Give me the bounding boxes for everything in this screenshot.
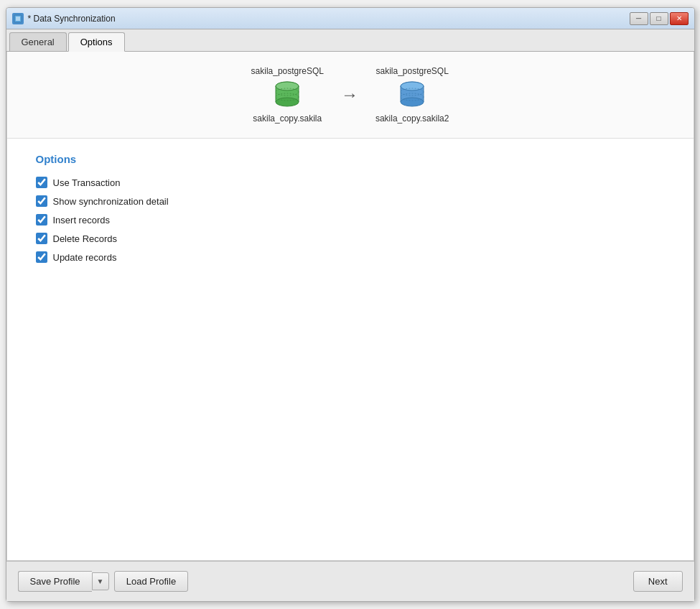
checkbox-insert-records: Insert records xyxy=(36,214,665,226)
insert-records-checkbox[interactable] xyxy=(36,214,47,226)
checkbox-update-records: Update records xyxy=(36,251,665,263)
main-window: * Data Synchronization ─ □ ✕ General Opt… xyxy=(6,7,695,602)
target-db: sakila_postgreSQL sakila_copy.sakila2 xyxy=(375,66,449,124)
delete-records-checkbox[interactable] xyxy=(36,233,47,244)
window-controls: ─ □ ✕ xyxy=(630,12,689,25)
save-profile-dropdown-button[interactable]: ▼ xyxy=(92,572,109,590)
sync-arrow: → xyxy=(341,85,358,105)
minimize-button[interactable]: ─ xyxy=(630,12,648,25)
window-title: * Data Synchronization xyxy=(28,14,116,24)
use-transaction-label: Use Transaction xyxy=(53,177,121,188)
target-db-line1: sakila_postgreSQL xyxy=(375,66,448,76)
save-profile-button[interactable]: Save Profile xyxy=(18,571,92,592)
footer-left-buttons: Save Profile ▼ Load Profile xyxy=(18,571,189,592)
source-db-line2: sakila_copy.sakila xyxy=(253,113,322,124)
tab-general[interactable]: General xyxy=(9,32,67,51)
source-db-icon xyxy=(271,79,303,111)
options-section: Options Use Transaction Show synchroniza… xyxy=(7,139,694,560)
checkbox-show-sync-detail: Show synchronization detail xyxy=(36,195,665,207)
titlebar: * Data Synchronization ─ □ ✕ xyxy=(6,8,694,29)
checkbox-delete-records: Delete Records xyxy=(36,233,665,244)
sync-preview: sakila_postgreSQL sakila_copy.sakila → s… xyxy=(7,52,694,139)
main-content: sakila_postgreSQL sakila_copy.sakila → s… xyxy=(6,52,694,561)
use-transaction-checkbox[interactable] xyxy=(36,177,47,188)
tabs-bar: General Options xyxy=(6,29,694,52)
save-profile-group: Save Profile ▼ xyxy=(18,571,109,592)
update-records-label: Update records xyxy=(53,252,117,263)
update-records-checkbox[interactable] xyxy=(36,251,47,263)
close-button[interactable]: ✕ xyxy=(670,12,689,25)
svg-point-6 xyxy=(276,98,299,106)
show-sync-detail-label: Show synchronization detail xyxy=(53,196,169,207)
options-title: Options xyxy=(36,153,665,165)
source-db-line1: sakila_postgreSQL xyxy=(251,66,324,76)
svg-point-14 xyxy=(401,98,424,106)
load-profile-button[interactable]: Load Profile xyxy=(114,571,188,592)
insert-records-label: Insert records xyxy=(53,215,110,226)
app-icon xyxy=(12,13,24,24)
footer: Save Profile ▼ Load Profile Next xyxy=(6,561,694,601)
checkbox-use-transaction: Use Transaction xyxy=(36,177,665,188)
titlebar-left: * Data Synchronization xyxy=(12,13,116,24)
maximize-button[interactable]: □ xyxy=(650,12,668,25)
tab-options[interactable]: Options xyxy=(68,32,125,52)
next-button[interactable]: Next xyxy=(633,571,683,592)
target-db-icon xyxy=(396,79,428,111)
show-sync-detail-checkbox[interactable] xyxy=(36,195,47,207)
source-db: sakila_postgreSQL sakila_copy.sakila xyxy=(251,66,324,124)
delete-records-label: Delete Records xyxy=(53,233,118,244)
target-db-line2: sakila_copy.sakila2 xyxy=(375,113,449,124)
